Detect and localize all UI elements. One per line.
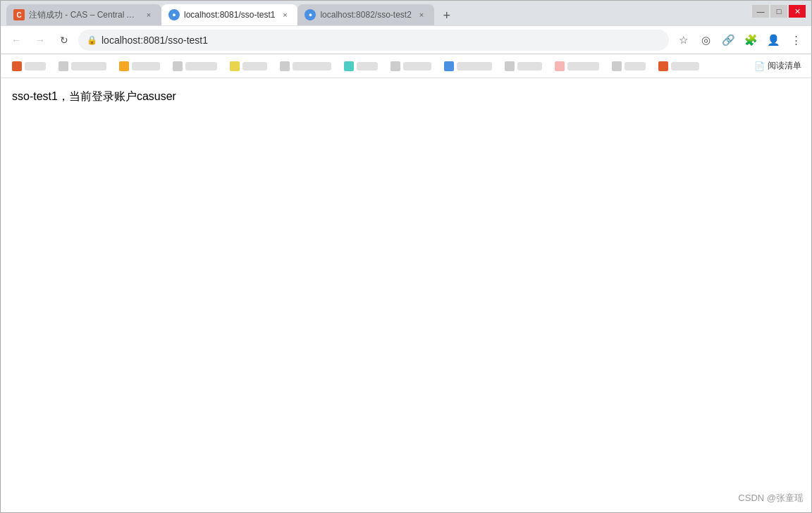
bookmark-4-label bbox=[185, 62, 217, 70]
browser-window: C 注销成功 - CAS – Central Auth... × ● local… bbox=[0, 0, 812, 513]
close-button[interactable]: ✕ bbox=[789, 5, 806, 18]
star-icon[interactable]: ☆ bbox=[673, 30, 693, 50]
bookmark-5-label bbox=[242, 62, 267, 70]
bookmark-12-label bbox=[625, 62, 646, 70]
address-bar: ← → ↻ 🔒 localhost:8081/sso-test1 ☆ ◎ 🔗 🧩… bbox=[1, 26, 811, 54]
reading-list-label: 阅读清单 bbox=[768, 60, 801, 72]
bookmark-1-icon bbox=[12, 61, 22, 71]
tab-1-title: 注销成功 - CAS – Central Auth... bbox=[29, 9, 139, 21]
bookmark-13[interactable] bbox=[653, 57, 705, 75]
reading-list-icon: 📄 bbox=[754, 61, 765, 71]
profile-icon[interactable]: 👤 bbox=[763, 30, 783, 50]
bookmark-9-label bbox=[457, 62, 492, 70]
address-input-wrap[interactable]: 🔒 localhost:8081/sso-test1 bbox=[78, 30, 669, 51]
tab-2-favicon: ● bbox=[168, 9, 180, 20]
refresh-button[interactable]: ↻ bbox=[54, 30, 74, 50]
bookmark-8[interactable] bbox=[385, 57, 437, 75]
bookmark-7[interactable] bbox=[338, 57, 383, 75]
watermark: CSDN @张童瑶 bbox=[738, 492, 804, 505]
tab-1[interactable]: C 注销成功 - CAS – Central Auth... × bbox=[6, 4, 161, 25]
share-icon[interactable]: 🔗 bbox=[718, 30, 738, 50]
bookmark-2[interactable] bbox=[53, 57, 112, 75]
bookmark-12-icon bbox=[612, 61, 622, 71]
minimize-button[interactable]: — bbox=[752, 5, 769, 18]
tab-2-title: localhost:8081/sso-test1 bbox=[184, 10, 275, 20]
window-controls: — □ ✕ bbox=[752, 5, 811, 22]
bookmark-4-icon bbox=[173, 61, 183, 71]
bookmark-10-icon bbox=[505, 61, 515, 71]
bookmark-8-label bbox=[403, 62, 431, 70]
wallet-icon[interactable]: ◎ bbox=[696, 30, 715, 50]
bookmark-11[interactable] bbox=[549, 57, 605, 75]
bookmark-3-label bbox=[132, 62, 160, 70]
page-main-text: sso-test1，当前登录账户casuser bbox=[12, 89, 800, 104]
bookmark-13-label bbox=[671, 62, 699, 70]
forward-button[interactable]: → bbox=[30, 30, 50, 50]
bookmark-3[interactable] bbox=[113, 57, 166, 75]
tab-1-close[interactable]: × bbox=[143, 9, 154, 20]
tab-3-favicon: ● bbox=[304, 9, 316, 20]
bookmark-2-icon bbox=[59, 61, 68, 71]
bookmark-9[interactable] bbox=[438, 57, 498, 75]
tab-3[interactable]: ● localhost:8082/sso-test2 × bbox=[297, 4, 433, 25]
title-bar: C 注销成功 - CAS – Central Auth... × ● local… bbox=[1, 1, 811, 26]
bookmark-4[interactable] bbox=[167, 57, 223, 75]
tab-3-close[interactable]: × bbox=[416, 9, 427, 20]
bookmark-5-icon bbox=[230, 61, 240, 71]
tab-1-favicon: C bbox=[13, 9, 25, 20]
bookmark-3-icon bbox=[119, 61, 129, 71]
back-button[interactable]: ← bbox=[6, 30, 26, 50]
reading-list-button[interactable]: 📄 阅读清单 bbox=[750, 58, 806, 73]
bookmark-7-label bbox=[357, 62, 378, 70]
tabs-area: C 注销成功 - CAS – Central Auth... × ● local… bbox=[1, 1, 752, 25]
bookmark-12[interactable] bbox=[606, 57, 651, 75]
bookmark-6-label bbox=[293, 62, 331, 70]
maximize-button[interactable]: □ bbox=[770, 5, 787, 18]
tab-2-close[interactable]: × bbox=[279, 9, 290, 20]
bookmark-11-icon bbox=[555, 61, 565, 71]
lock-icon: 🔒 bbox=[87, 35, 97, 45]
bookmark-6[interactable] bbox=[274, 57, 337, 75]
menu-icon[interactable]: ⋮ bbox=[786, 30, 806, 50]
new-tab-button[interactable]: + bbox=[437, 6, 457, 25]
bookmark-5[interactable] bbox=[224, 57, 273, 75]
bookmark-7-icon bbox=[344, 61, 354, 71]
toolbar-icons: ☆ ◎ 🔗 🧩 👤 ⋮ bbox=[673, 30, 806, 50]
bookmark-10-label bbox=[517, 62, 542, 70]
bookmark-1[interactable] bbox=[6, 57, 51, 75]
bookmark-8-icon bbox=[390, 61, 400, 71]
address-text: localhost:8081/sso-test1 bbox=[102, 35, 660, 46]
content-area: sso-test1，当前登录账户casuser bbox=[1, 78, 811, 512]
bookmark-2-label bbox=[71, 62, 106, 70]
bookmark-6-icon bbox=[280, 61, 290, 71]
bookmarks-bar: 📄 阅读清单 bbox=[1, 54, 811, 78]
tab-2[interactable]: ● localhost:8081/sso-test1 × bbox=[161, 4, 297, 25]
bookmark-11-label bbox=[567, 62, 599, 70]
tab-3-title: localhost:8082/sso-test2 bbox=[320, 10, 411, 20]
extensions-icon[interactable]: 🧩 bbox=[741, 30, 761, 50]
bookmark-9-icon bbox=[444, 61, 454, 71]
bookmark-10[interactable] bbox=[499, 57, 548, 75]
bookmark-13-icon bbox=[658, 61, 668, 71]
bookmark-1-label bbox=[25, 62, 46, 70]
